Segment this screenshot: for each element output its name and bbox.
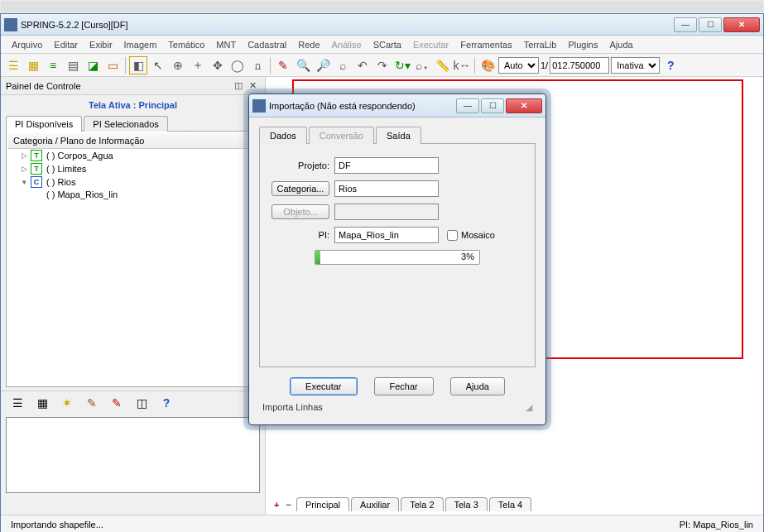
menu-ferramentas[interactable]: Ferramentas — [454, 40, 517, 50]
scale-input[interactable] — [550, 57, 609, 74]
dialog-title: Importação (Não está respondendo) — [269, 101, 456, 111]
help-panel-icon[interactable]: ? — [158, 395, 175, 411]
menu-exibir[interactable]: Exibir — [84, 40, 118, 50]
tree-item-corpos-agua[interactable]: ▷ T ( ) Corpos_Agua — [8, 149, 257, 162]
redo-icon[interactable]: ↷ — [373, 56, 392, 74]
remove-view-icon[interactable]: − — [282, 500, 294, 510]
tela-ativa-label: Tela Ativa : Principal — [1, 95, 265, 115]
expand-icon[interactable]: ▷ — [20, 151, 28, 160]
split-icon[interactable]: ◫ — [133, 395, 150, 411]
menu-mnt[interactable]: MNT — [210, 40, 242, 50]
add-view-icon[interactable]: + — [271, 500, 282, 510]
mosaico-checkbox-wrap[interactable]: Mosaico — [447, 230, 495, 241]
canvas-tab-tela4[interactable]: Tela 4 — [489, 497, 531, 511]
link-icon[interactable]: ⩍ — [248, 56, 267, 74]
brush-icon[interactable]: ✎ — [84, 395, 100, 411]
plus-icon[interactable]: ＋ — [189, 56, 207, 74]
menu-scarta[interactable]: SCarta — [368, 40, 407, 50]
menu-executar[interactable]: Executar — [407, 40, 454, 50]
zoom-area-icon[interactable]: ⌕ — [334, 56, 352, 74]
mosaico-label: Mosaico — [461, 230, 495, 240]
screen-icon[interactable]: ▭ — [103, 56, 122, 74]
menu-plugins[interactable]: Plugins — [562, 40, 603, 50]
tree-item-rios[interactable]: ▾ C ( ) Rios — [8, 175, 257, 189]
control-panel: Painel de Controle ◫ ✕ Tela Ativa : Prin… — [1, 77, 266, 515]
ruler-icon[interactable]: 📏 — [433, 56, 451, 74]
panel-header: Painel de Controle ◫ ✕ — [1, 77, 265, 95]
edit-theme-icon[interactable]: ✶ — [59, 395, 75, 411]
help-icon[interactable]: ? — [661, 56, 680, 74]
grid-icon[interactable]: ▤ — [64, 56, 82, 74]
pencil-red-icon[interactable]: ✎ — [108, 395, 125, 411]
tab-pi-selecionados[interactable]: PI Selecionados — [84, 116, 168, 132]
mosaico-checkbox[interactable] — [447, 230, 458, 241]
projeto-label: Projeto: — [271, 161, 329, 170]
refresh-icon[interactable]: ↻▾ — [393, 56, 411, 74]
undo-icon[interactable]: ↶ — [353, 56, 372, 74]
close-button[interactable]: ✕ — [723, 17, 760, 32]
list-icon[interactable]: ☰ — [9, 395, 26, 411]
menu-rede[interactable]: Rede — [292, 40, 325, 50]
objeto-button[interactable]: Objeto... — [271, 204, 329, 219]
table-icon[interactable]: ▦ — [34, 395, 50, 411]
fechar-button[interactable]: Fechar — [374, 377, 434, 395]
info-icon[interactable]: ⊕ — [169, 56, 187, 74]
project-icon[interactable]: ▦ — [24, 56, 42, 74]
dialog-minimize-button[interactable]: — — [456, 98, 479, 113]
maximize-button[interactable]: ☐ — [699, 17, 722, 32]
menu-terralib[interactable]: TerraLib — [518, 40, 563, 50]
zoom-pi-icon[interactable]: ⌕▾ — [413, 56, 431, 74]
menu-analise[interactable]: Análise — [326, 40, 368, 50]
menu-tematico[interactable]: Temático — [162, 40, 210, 50]
status-left: Importando shapefile... — [6, 520, 108, 530]
categoria-button[interactable]: Categoria... — [271, 181, 329, 196]
canvas-tab-tela2[interactable]: Tela 2 — [401, 497, 443, 511]
panel-close-icon[interactable]: ✕ — [246, 80, 260, 91]
dialog-tab-saida[interactable]: Saída — [376, 127, 421, 144]
canvas-tab-principal[interactable]: Principal — [296, 497, 349, 511]
resize-grip-icon[interactable]: ◢ — [526, 402, 532, 413]
measure-icon[interactable]: k↔ — [453, 56, 471, 74]
canvas-tab-tela3[interactable]: Tela 3 — [445, 497, 488, 511]
db-icon[interactable]: ☰ — [4, 56, 22, 74]
menu-imagem[interactable]: Imagem — [118, 40, 163, 50]
categoria-input[interactable] — [334, 180, 439, 197]
tree-item-mapa-rios-lin[interactable]: ( ) Mapa_Rios_lin — [8, 189, 257, 200]
dialog-tab-conversao[interactable]: Conversão — [309, 127, 374, 144]
dialog-maximize-button[interactable]: ☐ — [481, 98, 504, 113]
category-c-icon: C — [31, 176, 42, 188]
scale-mode-select[interactable]: Auto — [498, 57, 539, 74]
menu-ajuda[interactable]: Ajuda — [603, 40, 638, 50]
tab-pi-disponiveis[interactable]: PI Disponíveis — [6, 116, 82, 132]
projeto-input[interactable] — [334, 157, 439, 174]
eraser-icon[interactable]: ◪ — [84, 56, 102, 74]
collapse-icon[interactable]: ▾ — [20, 178, 28, 186]
zoom-out-icon[interactable]: 🔎 — [314, 56, 332, 74]
state-select[interactable]: Inativa — [611, 57, 660, 74]
menu-arquivo[interactable]: Arquivo — [6, 40, 48, 50]
pi-input[interactable] — [334, 227, 439, 243]
panel-undock-icon[interactable]: ◫ — [231, 80, 246, 91]
globe-icon[interactable]: ◯ — [228, 56, 247, 74]
dialog-tab-dados[interactable]: Dados — [259, 127, 307, 144]
minimize-button[interactable]: — — [674, 17, 697, 32]
tree-header[interactable]: Categoria / Plano de Informação — [8, 133, 257, 149]
zoom-in-icon[interactable]: 🔍 — [294, 56, 312, 74]
ajuda-button[interactable]: Ajuda — [450, 377, 505, 395]
panel-icon[interactable]: ◧ — [129, 56, 147, 74]
pencil-icon[interactable]: ✎ — [274, 56, 292, 74]
menu-cadastral[interactable]: Cadastral — [242, 40, 292, 50]
pan-icon[interactable]: ✥ — [209, 56, 227, 74]
expand-icon[interactable]: ▷ — [20, 165, 28, 173]
cursor-icon[interactable]: ↖ — [149, 56, 167, 74]
tree-label: ( ) Rios — [45, 177, 75, 187]
menu-editar[interactable]: Editar — [48, 40, 84, 50]
palette-icon[interactable]: 🎨 — [478, 56, 497, 74]
model-icon[interactable]: ≡ — [44, 56, 62, 74]
executar-button[interactable]: Executar — [290, 377, 357, 395]
tree-item-limites[interactable]: ▷ T ( ) Limites — [8, 162, 257, 175]
category-t-icon: T — [31, 150, 42, 161]
canvas-tab-auxiliar[interactable]: Auxiliar — [351, 497, 399, 511]
dialog-close-button[interactable]: ✕ — [506, 98, 542, 113]
canvas-tabs: + − Principal Auxiliar Tela 2 Tela 3 Tel… — [271, 497, 531, 511]
